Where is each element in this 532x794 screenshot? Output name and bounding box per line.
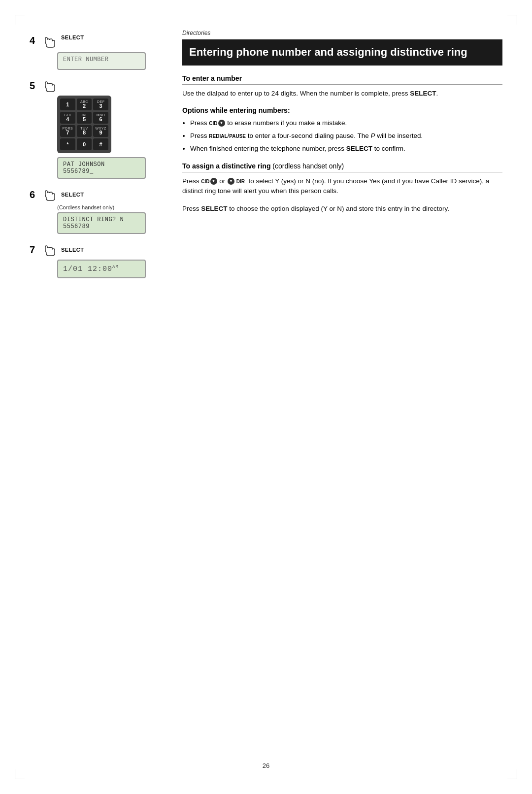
options-heading: Options while entering numbers: [182, 106, 502, 114]
assign-para2: Press SELECT to choose the option displa… [182, 204, 502, 214]
key-6: MNO6 [93, 112, 108, 124]
key-5: JKL5 [77, 112, 92, 124]
key-2: ABC2 [77, 99, 92, 110]
step6-display: DISTINCT RING? N 5556789 [57, 212, 146, 234]
step7-display: 1/01 12:00AM [57, 260, 146, 278]
cid-circle: ▼ [218, 120, 225, 127]
step5-line2: 5556789_ [63, 168, 140, 175]
cid-label: CID [209, 121, 217, 126]
redial-label: REDIAL [209, 133, 227, 139]
page-number: 26 [263, 762, 269, 769]
step5-display: PAT JOHNSON 5556789_ [57, 157, 146, 179]
corner-br [507, 769, 517, 779]
step7-hand-icon [42, 243, 58, 257]
corner-tl [15, 15, 25, 25]
options-heading-text: Options while entering numbers: [182, 106, 290, 114]
step4-header: 4 SELECT [30, 34, 163, 48]
step4-number: 4 [30, 34, 39, 46]
step6-label: SELECT [61, 192, 84, 198]
section-label: Directories [182, 30, 502, 36]
step5-line1: PAT JOHNSON [63, 161, 140, 168]
select-bold-2: SELECT [346, 145, 372, 152]
key-1: 1 [60, 99, 75, 110]
step6-sublabel: (Cordless handset only) [57, 204, 163, 210]
step5-header: 5 [30, 79, 163, 93]
key-4: GHI4 [60, 112, 75, 124]
step5-number: 5 [30, 80, 39, 92]
options-list: Press CID▼ to erase numbers if you make … [190, 118, 502, 154]
key-8: TUV8 [77, 125, 92, 137]
enter-number-heading: To enter a number [182, 74, 502, 85]
corner-bl [15, 769, 25, 779]
step4-hand-icon [42, 34, 58, 48]
assign-para1: Press CID▼ or ▼ DIR to select Y (yes) or… [182, 176, 502, 197]
bullet2: Press REDIAL/PAUSE to enter a four-secon… [190, 131, 502, 141]
assign-title-normal: (cordless handset only) [270, 162, 344, 170]
select-bold-3: SELECT [201, 205, 227, 212]
step5-hand-icon [42, 79, 58, 93]
p-italic: P [370, 132, 375, 139]
step6-line1: DISTINCT RING? N [63, 216, 140, 223]
right-column: Directories Entering phone number and as… [172, 30, 502, 764]
assign-heading: To assign a distinctive ring (cordless h… [182, 162, 502, 172]
section-title: Entering phone number and assigning dist… [182, 39, 502, 66]
step7-am: AM [112, 265, 119, 269]
step6-line2: 5556789 [63, 223, 140, 230]
key-hash: # [93, 138, 108, 150]
enter-number-body: Use the dialpad to enter up to 24 digits… [182, 89, 502, 99]
step4-display: ENTER NUMBER [57, 52, 146, 70]
select-bold-1: SELECT [410, 90, 436, 97]
assign-title-bold: To assign a distinctive ring [182, 162, 270, 170]
key-3: DEF3 [93, 99, 108, 110]
step6-header: 6 SELECT [30, 188, 163, 201]
left-column: 4 SELECT ENTER NUMBER 5 [30, 30, 172, 764]
step7-time: 1/01 12:00AM [63, 265, 119, 273]
step7-header: 7 SELECT [30, 243, 163, 257]
step5-block: 5 1 ABC2 DEF3 GHI4 JKL5 MNO6 [30, 79, 163, 179]
cid-label2: CID [201, 179, 209, 184]
step7-number: 7 [30, 244, 39, 256]
pause-label: PAUSE [229, 132, 246, 139]
keypad: 1 ABC2 DEF3 GHI4 JKL5 MNO6 PQRS7 TUV8 WX… [57, 96, 111, 153]
step6-number: 6 [30, 189, 39, 200]
step6-block: 6 SELECT (Cordless handset only) DISTINC… [30, 188, 163, 234]
keypad-grid: 1 ABC2 DEF3 GHI4 JKL5 MNO6 PQRS7 TUV8 WX… [57, 96, 111, 153]
key-star: * [60, 138, 75, 150]
dir-label: DIR [235, 179, 245, 184]
step7-block: 7 SELECT 1/01 12:00AM [30, 243, 163, 278]
step6-hand-icon [42, 188, 58, 201]
key-7: PQRS7 [60, 125, 75, 137]
step4-label: SELECT [61, 34, 84, 40]
dir-circle: ▼ [228, 178, 234, 185]
bullet3: When finished entering the telephone num… [190, 144, 502, 154]
page: 4 SELECT ENTER NUMBER 5 [0, 0, 532, 794]
key-9: WXYZ9 [93, 125, 108, 137]
step7-label: SELECT [61, 247, 84, 253]
cid-circle2: ▼ [210, 178, 217, 185]
key-0: 0 [77, 138, 92, 150]
bullet1: Press CID▼ to erase numbers if you make … [190, 118, 502, 128]
corner-tr [507, 15, 517, 25]
step4-display-text: ENTER NUMBER [63, 56, 140, 63]
